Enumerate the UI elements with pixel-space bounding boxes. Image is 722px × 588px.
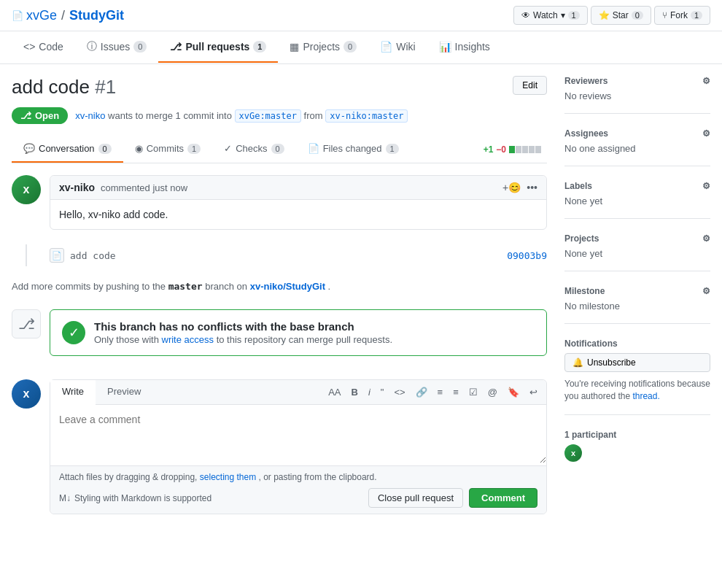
thread-link[interactable]: thread.: [632, 391, 659, 401]
head-branch[interactable]: xv-niko:master: [325, 109, 408, 123]
link-btn[interactable]: 🔗: [413, 385, 430, 399]
italic-btn[interactable]: i: [365, 385, 373, 399]
comment-box: xv-niko commented just now +😊 ••• Hello,…: [50, 175, 547, 230]
pr-subnav: 💬 Conversation 0 ◉ Commits 1 ✓ Checks 0 …: [12, 136, 547, 163]
quote-btn[interactable]: ": [378, 385, 387, 399]
comment-submit-button[interactable]: Comment: [469, 488, 537, 508]
nav-insights[interactable]: 📊 Insights: [427, 32, 502, 63]
unsubscribe-button[interactable]: 🔔 Unsubscribe: [564, 353, 710, 372]
gear-icon[interactable]: ⚙: [702, 76, 710, 86]
sidebar-participants: 1 participant x: [564, 430, 710, 473]
code-btn[interactable]: <>: [391, 385, 408, 399]
push-message: Add more commits by pushing to the maste…: [12, 275, 547, 301]
comment-form-actions: M↓ Styling with Markdown is supported Cl…: [59, 488, 537, 508]
sidebar-projects: Projects ⚙ None yet: [564, 233, 710, 271]
reference-btn[interactable]: 🔖: [505, 385, 522, 399]
comment-form-tabs: Write Preview AA B i " <> 🔗 ≡ ≡ ☑: [50, 380, 546, 405]
commit-line-spacer: [12, 244, 41, 266]
comment-textarea[interactable]: [50, 405, 546, 463]
diff-bar-gray-3: [529, 146, 535, 153]
reply-btn[interactable]: ↩: [527, 385, 540, 399]
diff-bar-gray-4: [535, 146, 541, 153]
comment-body: Hello, xv-niko add code.: [50, 200, 546, 229]
pr-open-badge: ⎇ Open: [12, 107, 68, 124]
task-list-btn[interactable]: ☑: [466, 385, 481, 399]
repo-nav: <> Code ⓘ Issues 0 ⎇ Pull requests 1 ▦ P…: [0, 31, 722, 64]
write-access-link[interactable]: write access: [162, 334, 214, 345]
diff-bars: [509, 146, 541, 153]
write-tab[interactable]: Write: [50, 380, 96, 405]
comment-thread: x xv-niko commented just now +😊 ••• H: [12, 175, 547, 514]
markdown-icon: M↓: [59, 493, 71, 503]
merge-wrap: ⎇ ✓ This branch has no conflicts with th…: [12, 309, 547, 368]
pr-author-link[interactable]: xv-niko: [75, 110, 105, 121]
nav-pull-requests[interactable]: ⎇ Pull requests 1: [158, 32, 278, 63]
notifications-note: You're receiving notifications because y…: [564, 378, 710, 403]
attach-hint: Attach files by dragging & dropping, sel…: [59, 472, 537, 482]
commit-sha-link[interactable]: 09003b9: [507, 250, 547, 261]
watch-button[interactable]: 👁 Watch ▾ 1: [513, 6, 588, 25]
nav-issues[interactable]: ⓘ Issues 0: [75, 31, 159, 63]
comment-form: Write Preview AA B i " <> 🔗 ≡ ≡ ☑: [50, 379, 547, 514]
reviewers-value: No reviews: [564, 90, 710, 101]
sidebar-notifications: Notifications 🔔 Unsubscribe You're recei…: [564, 339, 710, 415]
branch-name: master: [168, 281, 203, 292]
milestone-value: No milestone: [564, 301, 710, 312]
star-icon: ⭐: [599, 10, 610, 20]
subnav-commits[interactable]: ◉ Commits 1: [123, 136, 212, 163]
comment-header: xv-niko commented just now +😊 •••: [50, 176, 546, 200]
merge-check-icon: ✓: [62, 321, 85, 344]
commenter-avatar: x: [12, 175, 41, 204]
heading-btn[interactable]: AA: [325, 385, 343, 399]
org-link[interactable]: xvGe: [26, 8, 57, 23]
repo-link-push[interactable]: xv-niko/StudyGit: [250, 281, 325, 292]
gear-icon-labels[interactable]: ⚙: [702, 181, 710, 191]
selecting-link[interactable]: selecting them: [200, 472, 256, 482]
comment-author[interactable]: xv-niko: [59, 182, 95, 193]
subnav-files-changed[interactable]: 📄 Files changed 1: [296, 136, 411, 163]
insights-icon: 📊: [439, 41, 451, 53]
pull-request-icon: ⎇: [170, 41, 182, 53]
diff-bar-gray-2: [522, 146, 528, 153]
edit-button[interactable]: Edit: [513, 76, 547, 95]
commits-icon: ◉: [135, 143, 143, 154]
preview-tab[interactable]: Preview: [96, 380, 152, 404]
mention-btn[interactable]: @: [485, 385, 500, 399]
ordered-list-btn[interactable]: ≡: [450, 385, 462, 399]
comment-time: commented just now: [101, 182, 187, 193]
subnav-conversation[interactable]: 💬 Conversation 0: [12, 136, 123, 163]
projects-label: Projects ⚙: [564, 233, 710, 244]
base-branch[interactable]: xvGe:master: [235, 109, 301, 123]
sidebar-milestone: Milestone ⚙ No milestone: [564, 286, 710, 324]
header-actions: 👁 Watch ▾ 1 ⭐ Star 0 ⑂ Fork 1: [513, 6, 710, 25]
toolbar-area: AA B i " <> 🔗 ≡ ≡ ☑ @ 🔖 ↩: [152, 380, 546, 404]
checks-icon: ✓: [224, 143, 232, 154]
bold-btn[interactable]: B: [349, 385, 361, 399]
sidebar-labels: Labels ⚙ None yet: [564, 181, 710, 219]
nav-projects[interactable]: ▦ Projects 0: [278, 32, 368, 63]
sidebar-reviewers: Reviewers ⚙ No reviews: [564, 76, 710, 114]
comment-form-row: x Write Preview AA B i " <> 🔗 ≡: [12, 379, 547, 514]
gear-icon-projects[interactable]: ⚙: [702, 233, 710, 244]
fork-button[interactable]: ⑂ Fork 1: [654, 6, 710, 25]
projects-value: None yet: [564, 248, 710, 259]
star-button[interactable]: ⭐ Star 0: [591, 6, 651, 25]
fork-icon: ⑂: [662, 10, 667, 20]
repo-icon: 📄: [12, 10, 23, 21]
nav-wiki[interactable]: 📄 Wiki: [368, 32, 427, 63]
top-header: 📄 xvGe / StudyGit 👁 Watch ▾ 1 ⭐ Star 0 ⑂…: [0, 0, 722, 31]
diff-bar-gray-1: [516, 146, 521, 153]
more-icon[interactable]: •••: [527, 182, 537, 193]
repo-link[interactable]: StudyGit: [69, 8, 124, 23]
participant-avatar-1: x: [564, 444, 582, 462]
nav-code[interactable]: <> Code: [12, 32, 75, 63]
gear-icon-assignees[interactable]: ⚙: [702, 128, 710, 139]
repo-title: 📄 xvGe / StudyGit: [12, 8, 124, 23]
subnav-checks[interactable]: ✓ Checks 0: [212, 136, 295, 163]
close-pull-request-button[interactable]: Close pull request: [368, 488, 463, 508]
gear-icon-milestone[interactable]: ⚙: [702, 286, 710, 296]
main-column: add code #1 Edit ⎇ Open xv-niko wants to…: [12, 76, 547, 514]
unordered-list-btn[interactable]: ≡: [435, 385, 446, 399]
notifications-label: Notifications: [564, 339, 710, 349]
react-icon[interactable]: +😊: [502, 182, 521, 193]
